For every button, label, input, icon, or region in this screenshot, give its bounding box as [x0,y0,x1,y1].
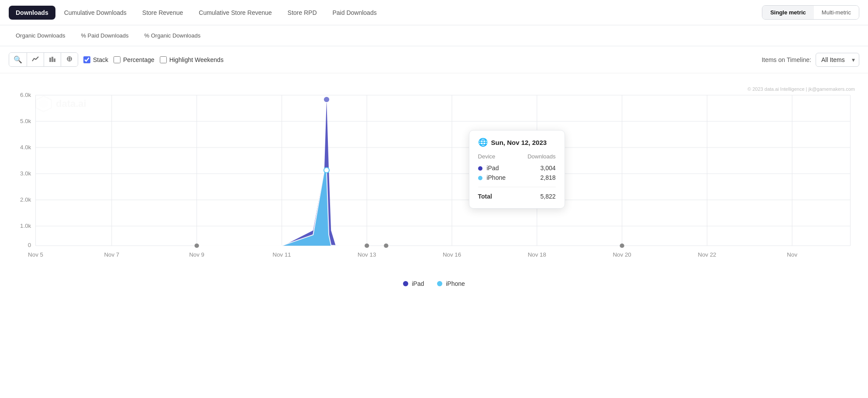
second-nav: Organic Downloads % Paid Downloads % Org… [0,25,868,46]
svg-point-46 [365,244,369,248]
stack-label: Stack [93,56,108,63]
tooltip-total-row: Total 5,822 [478,192,556,201]
svg-text:Nov 7: Nov 7 [104,251,119,258]
tab-downloads[interactable]: Downloads [9,6,55,20]
legend-iphone-dot [437,281,442,286]
legend-ipad-label: iPad [412,280,424,287]
svg-text:Nov 16: Nov 16 [443,251,461,258]
tooltip-table: Device Downloads iPad 3,004 iPhone [478,153,556,182]
items-timeline-label: Items on Timeline: [761,56,811,63]
tooltip-header: 🌐 Sun, Nov 12, 2023 [478,137,556,147]
tab-pct-paid-downloads[interactable]: % Paid Downloads [74,29,135,42]
top-nav: Downloads Cumulative Downloads Store Rev… [0,0,868,25]
chart-area: data.ai © 2023 data.ai Intelligence | jk… [0,73,868,274]
items-timeline: Items on Timeline: All Items iPad iPhone [761,53,859,67]
svg-text:2.0k: 2.0k [20,196,31,203]
tab-cumulative-store-revenue[interactable]: Cumulative Store Revenue [192,6,279,20]
tooltip-total-value: 5,822 [515,192,555,201]
svg-point-49 [324,96,330,103]
tooltip-downloads-ipad: 3,004 [517,163,556,173]
tooltip-date: Sun, Nov 12, 2023 [491,139,547,146]
scatter-tool[interactable] [61,53,78,66]
line-tool[interactable] [27,53,44,66]
svg-rect-1 [52,57,53,62]
tooltip-device-iphone: iPhone [478,173,517,182]
highlight-weekends-checkbox[interactable]: Highlight Weekends [160,56,224,63]
svg-text:Nov 20: Nov 20 [613,251,631,258]
tab-paid-downloads[interactable]: Paid Downloads [326,6,384,20]
svg-point-47 [384,244,388,248]
toolbar: 🔍 Stack Percentage Highlight Weekends It… [0,46,868,73]
svg-marker-44 [197,170,389,246]
zoom-tool[interactable]: 🔍 [9,53,27,66]
single-metric-button[interactable]: Single metric [762,6,814,19]
legend-ipad: iPad [403,280,424,287]
tab-store-revenue[interactable]: Store Revenue [135,6,190,20]
svg-rect-2 [54,58,55,62]
ipad-dot [478,166,482,171]
tooltip-row-iphone: iPhone 2,818 [478,173,556,182]
tooltip-total-label: Total [478,192,516,201]
svg-text:Nov: Nov [787,251,797,258]
col-device: Device [478,153,517,163]
tooltip-row-ipad: iPad 3,004 [478,163,556,173]
items-select-wrapper: All Items iPad iPhone [816,53,859,67]
svg-point-45 [194,244,199,248]
svg-text:Nov 5: Nov 5 [28,251,43,258]
highlight-weekends-input[interactable] [160,56,167,63]
highlight-weekends-label: Highlight Weekends [169,56,224,63]
copyright-text: © 2023 data.ai Intelligence | jk@gamemak… [747,86,855,92]
tab-organic-downloads[interactable]: Organic Downloads [9,29,72,42]
svg-text:3.0k: 3.0k [20,170,31,177]
svg-text:1.0k: 1.0k [20,223,31,229]
watermark-text: data.ai [56,98,86,110]
tooltip: 🌐 Sun, Nov 12, 2023 Device Downloads iPa… [469,130,565,209]
stack-checkbox[interactable]: Stack [83,56,108,63]
svg-point-50 [324,168,329,173]
legend-ipad-dot [403,281,408,286]
chart-tools: 🔍 [9,52,78,67]
globe-icon: 🌐 [478,137,488,147]
svg-text:0: 0 [28,242,31,248]
svg-marker-7 [39,100,48,108]
svg-text:6.0k: 6.0k [20,92,31,98]
svg-text:Nov 18: Nov 18 [528,251,546,258]
watermark: data.ai [35,95,86,113]
chart-legend: iPad iPhone [0,274,868,292]
svg-text:Nov 13: Nov 13 [358,251,376,258]
bar-tool[interactable] [44,53,61,66]
multi-metric-button[interactable]: Multi-metric [814,6,859,19]
tab-pct-organic-downloads[interactable]: % Organic Downloads [138,29,208,42]
svg-rect-0 [49,58,51,62]
stack-input[interactable] [83,56,90,63]
metric-toggle: Single metric Multi-metric [762,5,859,20]
col-downloads: Downloads [517,153,556,163]
percentage-label: Percentage [123,56,155,63]
iphone-dot [478,176,482,180]
svg-text:5.0k: 5.0k [20,118,31,124]
chart-svg: 6.0k 5.0k 4.0k 3.0k 2.0k 1.0k 0 Nov 5 No… [9,82,859,270]
items-select[interactable]: All Items iPad iPhone [816,53,859,67]
svg-text:4.0k: 4.0k [20,144,31,151]
percentage-input[interactable] [114,56,121,63]
percentage-checkbox[interactable]: Percentage [114,56,155,63]
tooltip-downloads-iphone: 2,818 [517,173,556,182]
svg-text:Nov 11: Nov 11 [272,251,291,258]
tab-cumulative-downloads[interactable]: Cumulative Downloads [57,6,134,20]
tab-store-rpd[interactable]: Store RPD [281,6,324,20]
tooltip-total-table: Total 5,822 [478,192,556,201]
tooltip-device-ipad: iPad [478,163,517,173]
svg-text:Nov 9: Nov 9 [189,251,204,258]
svg-text:Nov 22: Nov 22 [698,251,716,258]
legend-iphone: iPhone [437,280,465,287]
svg-point-48 [620,244,624,248]
legend-iphone-label: iPhone [446,280,465,287]
